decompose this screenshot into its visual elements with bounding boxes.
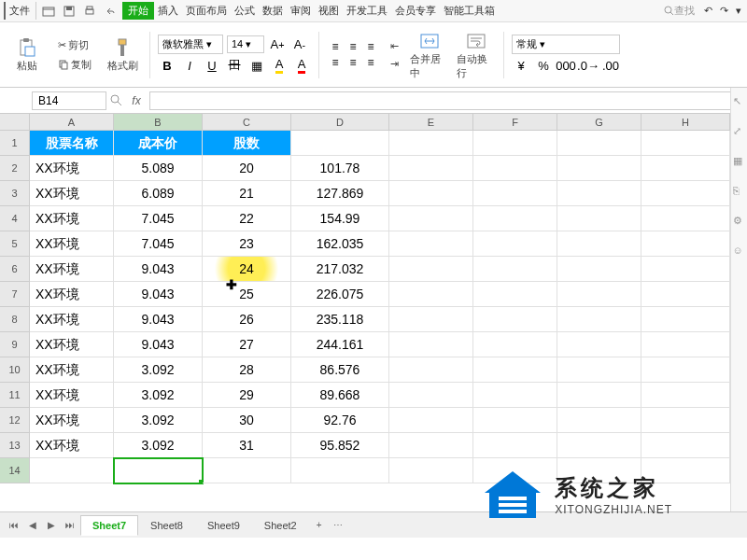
cell[interactable]: [473, 307, 557, 332]
cell[interactable]: [473, 282, 557, 307]
font-select[interactable]: 微软雅黑 ▾: [158, 35, 223, 54]
font-size-select[interactable]: 14 ▾: [227, 35, 264, 53]
tab-next-button[interactable]: ▶: [43, 517, 60, 534]
cell[interactable]: [389, 307, 473, 332]
cell[interactable]: [557, 131, 641, 156]
cell[interactable]: [641, 307, 730, 332]
cell[interactable]: [473, 408, 557, 433]
cell[interactable]: [557, 257, 641, 282]
menu-tab[interactable]: 会员专享: [391, 2, 440, 20]
cell[interactable]: [641, 357, 730, 383]
menu-tab[interactable]: 页面布局: [182, 2, 231, 20]
header-cell[interactable]: 成本价: [114, 131, 203, 156]
sheet-tab[interactable]: Sheet2: [252, 515, 309, 536]
cell[interactable]: [641, 131, 730, 156]
cell[interactable]: 92.76: [291, 408, 389, 433]
cell[interactable]: 9.043: [114, 282, 203, 307]
cell[interactable]: 31: [203, 433, 291, 458]
select-all-corner[interactable]: [0, 114, 30, 130]
cell[interactable]: [389, 131, 473, 156]
underline-button[interactable]: U: [203, 56, 221, 75]
row-header[interactable]: 1: [0, 131, 30, 156]
cell[interactable]: [389, 282, 473, 307]
cell[interactable]: XX环境: [30, 231, 114, 257]
column-header[interactable]: C: [203, 114, 291, 130]
cell[interactable]: 9.043: [114, 307, 203, 332]
row-header[interactable]: 7: [0, 282, 30, 307]
cell[interactable]: [557, 231, 641, 257]
decrease-decimal-button[interactable]: .00: [601, 56, 620, 75]
cell[interactable]: 7.045: [114, 231, 203, 257]
row-header[interactable]: 9: [0, 332, 30, 357]
face-icon[interactable]: ☺: [733, 245, 746, 258]
cell[interactable]: [641, 458, 730, 483]
column-header[interactable]: H: [641, 114, 730, 130]
menu-tab[interactable]: 开发工具: [343, 2, 391, 20]
cell[interactable]: [641, 156, 730, 181]
percent-button[interactable]: %: [534, 56, 553, 75]
comma-button[interactable]: 000: [557, 56, 575, 75]
sheet-tab[interactable]: Sheet9: [195, 515, 252, 536]
align-middle-button[interactable]: ≡: [345, 39, 361, 54]
cell[interactable]: [557, 458, 641, 483]
menu-tab[interactable]: 开始: [122, 2, 154, 20]
cell[interactable]: 235.118: [291, 307, 389, 332]
cell[interactable]: [389, 458, 473, 483]
cell[interactable]: 127.869: [291, 181, 389, 206]
column-header[interactable]: D: [291, 114, 389, 130]
bold-button[interactable]: B: [158, 56, 176, 75]
row-header[interactable]: 11: [0, 383, 30, 408]
link-icon[interactable]: ⎘: [733, 185, 746, 198]
save-icon[interactable]: [61, 3, 78, 20]
header-cell[interactable]: 股票名称: [30, 131, 114, 156]
align-bottom-button[interactable]: ≡: [362, 39, 379, 54]
cell[interactable]: [389, 181, 473, 206]
indent-right-button[interactable]: ⇥: [387, 56, 402, 72]
cell[interactable]: 3.092: [114, 433, 203, 458]
strikethrough-button[interactable]: 田: [225, 56, 244, 75]
column-header[interactable]: A: [30, 114, 114, 130]
cell[interactable]: [203, 458, 291, 483]
formula-input[interactable]: [149, 91, 743, 110]
align-top-button[interactable]: ≡: [327, 39, 344, 54]
align-right-button[interactable]: ≡: [362, 55, 379, 70]
cell[interactable]: 28: [203, 357, 291, 383]
paste-button[interactable]: 粘贴: [7, 28, 47, 82]
menu-tab[interactable]: 插入: [154, 2, 182, 20]
cell[interactable]: [473, 433, 557, 458]
cell[interactable]: XX环境: [30, 257, 114, 282]
cell[interactable]: [473, 206, 557, 231]
cell[interactable]: 3.092: [114, 357, 203, 383]
menu-tab[interactable]: 数据: [259, 2, 287, 20]
row-header[interactable]: 2: [0, 156, 30, 181]
number-format-select[interactable]: 常规 ▾: [512, 35, 620, 54]
fill-color-button[interactable]: A: [270, 56, 289, 75]
font-color-button[interactable]: A: [292, 56, 311, 75]
row-header[interactable]: 12: [0, 408, 30, 433]
cell[interactable]: XX环境: [30, 332, 114, 357]
cell[interactable]: 154.99: [291, 206, 389, 231]
cell[interactable]: [557, 433, 641, 458]
sheet-tab[interactable]: Sheet8: [138, 515, 195, 536]
row-header[interactable]: 5: [0, 231, 30, 257]
cell[interactable]: [389, 257, 473, 282]
search-fx-icon[interactable]: [110, 94, 123, 107]
cell[interactable]: [389, 206, 473, 231]
cell[interactable]: 89.668: [291, 383, 389, 408]
cell[interactable]: 30: [203, 408, 291, 433]
cell[interactable]: 86.576: [291, 357, 389, 383]
expand-icon[interactable]: ⤢: [733, 125, 746, 138]
cell[interactable]: XX环境: [30, 206, 114, 231]
column-header[interactable]: G: [557, 114, 641, 130]
redo-icon[interactable]: ↷: [718, 3, 730, 19]
cell[interactable]: 3.092: [114, 408, 203, 433]
cell[interactable]: 27: [203, 332, 291, 357]
row-header[interactable]: 4: [0, 206, 30, 231]
undo2-icon[interactable]: ↶: [702, 3, 714, 19]
cell[interactable]: [389, 332, 473, 357]
cell[interactable]: [641, 408, 730, 433]
cell[interactable]: 21: [203, 181, 291, 206]
cell[interactable]: [473, 131, 557, 156]
cell[interactable]: [557, 181, 641, 206]
cell[interactable]: [473, 181, 557, 206]
